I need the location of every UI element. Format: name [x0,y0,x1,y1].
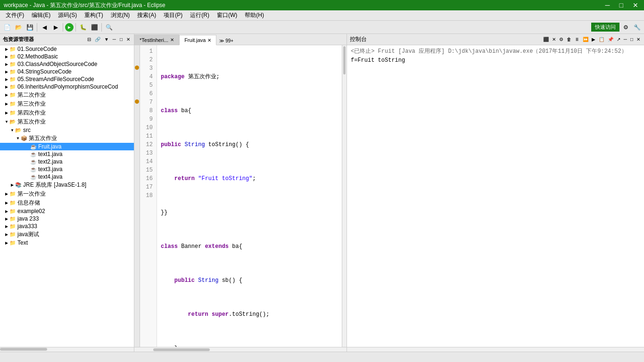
tree-item-w4[interactable]: ▶ 📁 第四次作业 [0,108,134,117]
tree-item-01[interactable]: ▶ 📁 01.SourceCode [0,45,134,53]
toolbar-new[interactable]: 📄 [2,22,12,33]
console-close[interactable]: ✕ [636,36,641,42]
menu-icon[interactable]: ▼ [103,36,110,42]
tree-item-02[interactable]: ▶ 📁 02.MethodBasic [0,53,134,60]
tree-arrow-text[interactable]: ▶ [4,241,9,245]
tree-arrow-03[interactable]: ▶ [4,62,9,66]
tree-arrow-pkg5[interactable]: ▼ [15,136,21,140]
console-icon-8[interactable]: 📋 [598,36,605,42]
tree-arrow-02[interactable]: ▶ [4,55,9,59]
tree-arrow-jtest[interactable]: ▶ [4,232,9,237]
tree-container[interactable]: ▶ 📁 01.SourceCode ▶ 📁 02.MethodBasic ▶ 📁… [0,45,134,347]
title-bar-controls[interactable]: ─ □ ✕ [603,1,640,9]
close-button[interactable]: ✕ [631,1,640,9]
console-icon-6[interactable]: ⏩ [582,36,589,42]
editor-hscroll[interactable] [134,347,347,352]
console-icon-clear[interactable]: 🗑 [566,36,572,42]
tree-item-src[interactable]: ▼ 📂 src [0,126,134,134]
menu-navigate[interactable]: 浏览(N) [107,10,134,20]
tab-close-testinheri[interactable]: ✕ [170,37,174,42]
toolbar-back[interactable]: ◀ [39,22,50,33]
tree-item-text[interactable]: ▶ 📁 Text [0,239,134,247]
quick-access-button[interactable]: 快速访问 [591,23,619,32]
console-icon-pin[interactable]: 📌 [607,36,614,42]
tab-close-fruit[interactable]: ✕ [207,38,211,43]
menu-window[interactable]: 窗口(W) [213,10,241,20]
console-icon-5[interactable]: ⏸ [574,36,580,42]
tree-item-ex02[interactable]: ▶ 📁 example02 [0,207,134,215]
menu-refactor[interactable]: 重构(T) [81,10,107,20]
run-button[interactable]: ▶ [65,23,74,32]
tree-item-text3[interactable]: ☕ text3.java [0,165,134,173]
console-minimize[interactable]: ─ [623,36,628,42]
tree-item-pkg5[interactable]: ▼ 📦 第五次作业 [0,134,134,143]
editor-vscroll[interactable] [342,45,347,347]
minimize-button[interactable]: ─ [603,1,612,9]
menu-edit[interactable]: 编辑(E) [28,10,54,20]
tree-arrow-info[interactable]: ▶ [4,201,9,205]
link-icon[interactable]: 🔗 [94,36,101,42]
toolbar-search[interactable]: 🔍 [104,22,114,33]
tree-arrow-01[interactable]: ▶ [4,47,9,51]
maximize-button[interactable]: □ [618,1,625,9]
tree-arrow-04[interactable]: ▶ [4,70,9,74]
tab-fruit[interactable]: Fruit.java ✕ [179,35,216,45]
console-icon-1[interactable]: ⬛ [542,36,550,42]
console-icon-7[interactable]: ▶ [591,36,596,42]
tree-item-jtest[interactable]: ▶ 📁 java测试 [0,230,134,239]
tree-item-03[interactable]: ▶ 📁 03.ClassAndObjectSourceCode [0,60,134,68]
toolbar-perspective2[interactable]: 🔧 [632,22,642,33]
console-hscroll[interactable] [347,347,644,352]
toolbar-debug[interactable]: 🐛 [78,22,88,33]
console-icon-3[interactable]: ⚙ [558,36,564,42]
tree-arrow-w4[interactable]: ▶ [4,111,9,115]
toolbar-perspective[interactable]: ⚙ [620,22,631,33]
console-icon-2[interactable]: ✕ [551,36,557,42]
menu-search[interactable]: 搜索(A) [133,10,160,20]
tree-hscroll[interactable] [0,347,134,352]
tree-arrow-ex02[interactable]: ▶ [4,209,9,214]
tree-item-text2[interactable]: ☕ text2.java [0,158,134,165]
tree-arrow-w3[interactable]: ▶ [4,102,9,106]
tree-item-06[interactable]: ▶ 📁 06.InheritsAndPolymorphismSourceCod [0,83,134,90]
tree-item-05[interactable]: ▶ 📁 05.StreamAndFileSourceCode [0,75,134,83]
tree-arrow-w5[interactable]: ▼ [4,120,9,124]
collapse-all-icon[interactable]: ⊟ [86,36,92,42]
tree-arrow-src[interactable]: ▼ [9,128,15,132]
menu-source[interactable]: 源码(S) [54,10,81,20]
tree-item-w1[interactable]: ▶ 📁 第一次作业 [0,189,134,198]
toolbar-forward[interactable]: ▶ [50,22,61,33]
menu-help[interactable]: 帮助(H) [241,10,268,20]
tree-item-w3[interactable]: ▶ 📁 第三次作业 [0,99,134,108]
tab-testinheri[interactable]: *TestInheri... ✕ [134,34,179,45]
toolbar-save[interactable]: 💾 [25,22,35,33]
tree-item-w5[interactable]: ▼ 📂 第五次作业 [0,117,134,126]
minimize-panel-icon[interactable]: ─ [112,36,117,42]
console-maximize[interactable]: □ [629,36,634,42]
tree-item-info[interactable]: ▶ 📁 信息存储 [0,198,134,207]
menu-project[interactable]: 项目(P) [160,10,186,20]
tree-item-04[interactable]: ▶ 📁 04.StringSourceCode [0,68,134,75]
toolbar-open[interactable]: 📂 [13,22,24,33]
hscroll-thumb[interactable] [153,348,210,351]
tree-arrow-j333[interactable]: ▶ [4,224,9,229]
tree-arrow-jre[interactable]: ▶ [9,183,15,187]
tree-item-text4[interactable]: ☕ text4.java [0,173,134,181]
tree-item-j233[interactable]: ▶ 📁 java 233 [0,215,134,222]
menu-run[interactable]: 运行(R) [186,10,213,20]
tree-item-j333[interactable]: ▶ 📁 java333 [0,222,134,230]
vscroll-thumb[interactable] [343,46,346,74]
tree-item-fruit[interactable]: ☕ Fruit.java [0,143,134,150]
tree-arrow-w2[interactable]: ▶ [4,93,9,97]
tree-item-w2[interactable]: ▶ 📁 第二次作业 [0,90,134,99]
tab-overflow[interactable]: ≫ 99+ [216,37,236,45]
tree-arrow-j233[interactable]: ▶ [4,217,9,221]
tree-arrow-w1[interactable]: ▶ [4,192,9,196]
tree-arrow-05[interactable]: ▶ [4,77,9,82]
maximize-panel-icon[interactable]: □ [119,36,124,42]
tree-item-text1[interactable]: ☕ text1.java [0,150,134,158]
menu-file[interactable]: 文件(F) [2,10,28,20]
console-icon-10[interactable]: ↗ [616,36,621,42]
code-content[interactable]: package 第五次作业; class ba{ public String t… [157,45,342,347]
toolbar-stop[interactable]: ⬛ [89,22,99,33]
